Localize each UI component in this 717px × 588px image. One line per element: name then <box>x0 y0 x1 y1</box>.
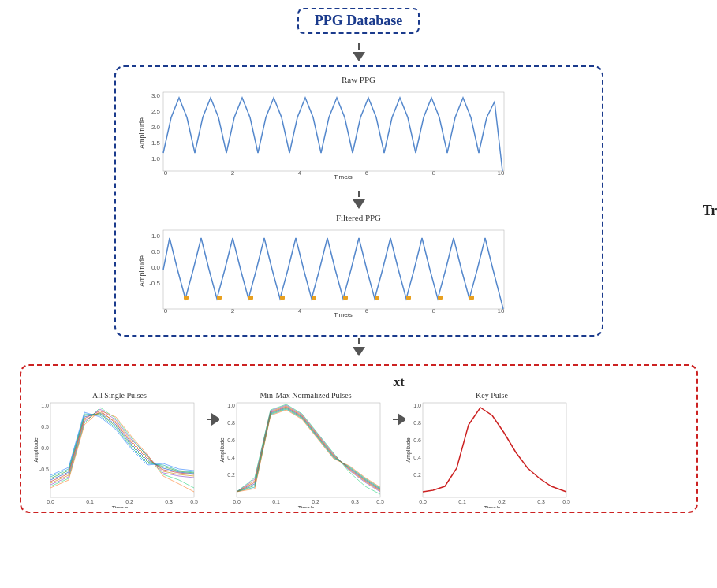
svg-text:0.0: 0.0 <box>419 499 427 504</box>
svg-text:Amplitude: Amplitude <box>138 255 146 287</box>
svg-rect-35 <box>438 296 443 300</box>
svg-text:Amplitude: Amplitude <box>405 437 412 462</box>
svg-text:1.0: 1.0 <box>151 155 160 162</box>
svg-text:0.0: 0.0 <box>151 264 160 271</box>
chart3-title: Key Pulse <box>405 391 579 400</box>
svg-text:0.2: 0.2 <box>312 499 319 504</box>
filtered-ppg-svg: Amplitude 1.0 0.5 0.0 -0.5 0 2 4 6 8 10 … <box>138 224 580 317</box>
blue-dashed-box: Raw PPG Amplitude 3.0 2.5 2.0 1.5 1.0 0 … <box>114 65 603 337</box>
arrow-stem1 <box>358 43 360 50</box>
svg-text:0.2: 0.2 <box>227 472 235 478</box>
all-single-pulses-container: All Single Pulses 1.0 0.5 0.0 -0.5 0.0 0… <box>33 374 207 504</box>
chart3-svg: 1.0 0.8 0.6 0.4 0.2 0.0 0.1 0.2 0.3 0.5 … <box>405 401 571 508</box>
svg-text:0.4: 0.4 <box>413 455 421 460</box>
page: PPG Database Raw PPG Amplitude 3.0 2.5 2… <box>0 0 717 588</box>
svg-rect-37 <box>50 403 194 497</box>
filtered-ppg-chart: Amplitude 1.0 0.5 0.0 -0.5 0 2 4 6 8 10 … <box>138 224 580 318</box>
key-pulse-container: Key Pulse 1.0 0.8 0.6 0.4 0.2 0.0 0.1 0.… <box>405 374 579 504</box>
svg-text:-0.5: -0.5 <box>39 467 48 472</box>
chart1-title: All Single Pulses <box>33 391 207 400</box>
svg-text:0.0: 0.0 <box>41 445 49 451</box>
arrow-stem3 <box>358 338 360 344</box>
svg-rect-33 <box>375 296 379 300</box>
raw-ppg-container: Raw PPG Amplitude 3.0 2.5 2.0 1.5 1.0 0 … <box>138 75 580 185</box>
arrow-between-charts <box>353 191 365 211</box>
svg-text:Time/s: Time/s <box>334 311 353 317</box>
svg-text:0.2: 0.2 <box>498 499 506 504</box>
svg-text:0.3: 0.3 <box>537 499 545 504</box>
svg-text:0.1: 0.1 <box>86 499 94 504</box>
svg-rect-34 <box>406 296 411 300</box>
svg-text:Amplitude: Amplitude <box>219 437 226 462</box>
svg-text:Time/s: Time/s <box>111 505 128 508</box>
filtered-ppg-title: Filtered PPG <box>138 213 580 222</box>
arrow-stem2 <box>358 191 360 197</box>
svg-text:0.2: 0.2 <box>125 499 133 504</box>
normalized-pulses-container: Min-Max Normalized Pulses 1.0 0.8 0.6 0.… <box>219 374 393 504</box>
svg-text:1.0: 1.0 <box>227 403 235 408</box>
svg-text:Amplitude: Amplitude <box>33 437 39 462</box>
svg-text:1.5: 1.5 <box>151 140 160 147</box>
svg-text:1.0: 1.0 <box>413 403 421 408</box>
svg-text:0.5: 0.5 <box>376 499 384 504</box>
arrow-head2 <box>353 199 365 209</box>
svg-text:0.8: 0.8 <box>227 420 235 426</box>
svg-text:0.3: 0.3 <box>165 499 173 504</box>
svg-rect-49 <box>237 403 380 497</box>
raw-ppg-title: Raw PPG <box>138 75 580 84</box>
svg-text:2.5: 2.5 <box>151 108 160 115</box>
ppg-database-section: PPG Database <box>297 8 420 39</box>
arrow1 <box>353 43 365 64</box>
svg-rect-27 <box>184 296 189 300</box>
svg-text:0.0: 0.0 <box>233 499 241 504</box>
svg-text:0.4: 0.4 <box>227 455 235 460</box>
svg-text:2.0: 2.0 <box>151 124 160 131</box>
svg-text:0.1: 0.1 <box>458 499 466 504</box>
arrow-head1 <box>353 52 365 61</box>
svg-text:1.0: 1.0 <box>41 403 49 408</box>
svg-text:0.6: 0.6 <box>227 437 235 443</box>
svg-text:0.8: 0.8 <box>413 420 421 426</box>
red-dashed-box: Normalization Key Pulse Extraction All S… <box>20 364 698 513</box>
svg-rect-30 <box>280 296 285 300</box>
arrow-right1 <box>205 374 221 426</box>
svg-text:-0.5: -0.5 <box>149 280 160 287</box>
svg-text:0.6: 0.6 <box>413 437 421 443</box>
svg-rect-28 <box>217 296 222 300</box>
svg-text:0.5: 0.5 <box>562 499 570 504</box>
arrow2 <box>353 338 365 359</box>
svg-text:0.1: 0.1 <box>272 499 280 504</box>
raw-ppg-svg: Amplitude 3.0 2.5 2.0 1.5 1.0 0 2 4 6 8 … <box>138 86 580 179</box>
filtering-label: Filtering + Trough Detection <box>703 181 717 221</box>
svg-text:Time/s: Time/s <box>297 505 314 508</box>
ppg-db-label: PPG Database <box>297 8 420 34</box>
svg-text:0.5: 0.5 <box>151 248 160 255</box>
svg-text:Amplitude: Amplitude <box>138 117 146 149</box>
svg-text:0.5: 0.5 <box>190 499 198 504</box>
svg-rect-36 <box>469 296 474 300</box>
svg-text:3.0: 3.0 <box>151 92 160 99</box>
svg-text:Time/s: Time/s <box>334 173 353 179</box>
svg-text:0.3: 0.3 <box>351 499 359 504</box>
chart2-title: Min-Max Normalized Pulses <box>219 391 393 400</box>
svg-rect-31 <box>312 296 316 300</box>
svg-text:0.5: 0.5 <box>41 424 49 430</box>
svg-rect-32 <box>343 296 348 300</box>
filtered-ppg-container: Filtered PPG Amplitude 1.0 0.5 0.0 -0.5 … <box>138 213 580 323</box>
svg-text:0.2: 0.2 <box>413 472 421 478</box>
svg-rect-29 <box>248 296 253 300</box>
svg-text:Time/s: Time/s <box>484 505 500 508</box>
raw-ppg-chart: Amplitude 3.0 2.5 2.0 1.5 1.0 0 2 4 6 8 … <box>138 86 580 180</box>
chart2-svg: 1.0 0.8 0.6 0.4 0.2 0.0 0.1 0.2 0.3 0.5 … <box>219 401 385 508</box>
svg-rect-62 <box>423 403 566 497</box>
svg-text:0.0: 0.0 <box>47 499 54 504</box>
blue-section: Raw PPG Amplitude 3.0 2.5 2.0 1.5 1.0 0 … <box>35 65 682 337</box>
arrow-head3 <box>353 347 365 356</box>
svg-text:1.0: 1.0 <box>151 233 160 240</box>
chart1-svg: 1.0 0.5 0.0 -0.5 0.0 0.1 0.2 0.3 0.5 Tim… <box>33 401 199 508</box>
